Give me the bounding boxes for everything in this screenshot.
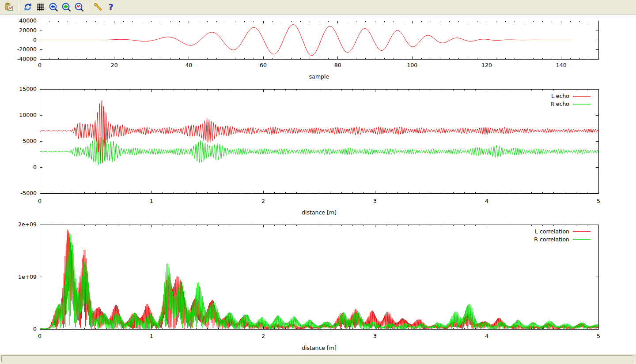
x-tick-label: 3	[373, 198, 377, 204]
plot-border	[40, 89, 598, 193]
waveform-plot: 020406080100120140-40000-200000200004000…	[17, 17, 598, 80]
legend-label: R correlation	[534, 236, 569, 243]
toolbar: ?	[0, 0, 636, 15]
status-bar	[0, 354, 636, 364]
help-button[interactable]: ?	[105, 1, 117, 13]
toolbar-separator	[88, 2, 89, 12]
x-tick-label: 1	[150, 333, 153, 339]
y-tick-label: -40000	[17, 56, 37, 62]
x-axis-label: distance [m]	[302, 209, 337, 216]
status-field	[1, 355, 633, 362]
x-tick-label: 140	[556, 62, 567, 68]
x-tick-label: 0	[38, 333, 42, 339]
gnuplot-window: ? 020406080100120140-40000-2000002000040…	[0, 0, 636, 364]
plot-border	[40, 225, 598, 329]
x-tick-label: 2	[261, 198, 265, 204]
correlation-plot-series-r-correlation	[40, 233, 598, 329]
x-tick-label: 40	[185, 62, 192, 68]
y-tick-label: 5000	[23, 138, 37, 144]
zoom-previous-icon	[49, 2, 58, 12]
autoscale-button[interactable]	[73, 1, 85, 13]
legend-label: L correlation	[535, 228, 569, 235]
x-tick-label: 80	[334, 62, 341, 68]
echo-plot: 012345-5000050001000015000distance [m]L …	[19, 86, 600, 216]
x-tick-label: 4	[485, 198, 488, 204]
x-tick-label: 20	[111, 62, 118, 68]
x-tick-label: 3	[373, 333, 377, 339]
y-tick-label: 0	[33, 164, 37, 170]
x-tick-label: 60	[260, 62, 267, 68]
x-tick-label: 0	[38, 198, 42, 204]
y-tick-label: 0	[33, 326, 37, 332]
x-tick-label: 0	[38, 62, 42, 68]
y-tick-label: 0	[33, 37, 37, 43]
grid-icon	[36, 2, 45, 12]
replot-button[interactable]	[22, 1, 34, 13]
x-tick-label: 2	[261, 333, 265, 339]
legend-label: R echo	[550, 101, 569, 107]
x-axis-label: distance [m]	[302, 345, 337, 351]
y-tick-label: 20000	[19, 27, 37, 34]
plots-svg[interactable]: 020406080100120140-40000-200000200004000…	[0, 15, 636, 354]
configure-button[interactable]	[92, 1, 104, 13]
correlation-plot: 01234501e+092e+09distance [m]L correlati…	[18, 221, 600, 351]
replot-icon	[23, 2, 33, 12]
echo-plot-series-l-echo	[40, 101, 598, 163]
ticks	[40, 89, 598, 193]
echo-plot-legend: L echoR echo	[550, 93, 591, 107]
x-tick-label: 5	[597, 198, 600, 204]
copy-plot-button[interactable]	[3, 1, 15, 13]
x-tick-label: 4	[485, 333, 488, 339]
plot-canvas-area: 020406080100120140-40000-200000200004000…	[0, 15, 636, 354]
y-tick-label: -20000	[17, 46, 37, 53]
x-tick-label: 5	[597, 333, 600, 339]
x-tick-label: 1	[150, 198, 153, 204]
x-tick-label: 100	[407, 62, 417, 68]
copy-to-clipboard-icon	[4, 2, 14, 12]
y-tick-label: 1e+09	[18, 274, 37, 280]
y-tick-label: -5000	[21, 190, 37, 196]
help-icon: ?	[106, 2, 116, 12]
y-tick-label: 10000	[19, 112, 37, 118]
y-tick-label: 2e+09	[18, 221, 37, 228]
toolbar-separator	[18, 2, 19, 12]
x-axis-label: sample	[309, 73, 329, 80]
zoom-next-icon	[61, 2, 71, 12]
legend-label: L echo	[551, 93, 569, 99]
svg-text:?: ?	[108, 2, 113, 11]
autoscale-icon	[74, 2, 84, 12]
y-tick-label: 40000	[19, 17, 37, 24]
y-tick-label: 15000	[19, 86, 37, 92]
zoom-next-button[interactable]	[60, 1, 72, 13]
echo-plot-series-r-echo	[40, 137, 598, 165]
correlation-plot-legend: L correlationR correlation	[534, 228, 591, 243]
grid-button[interactable]	[34, 1, 46, 13]
ticks	[40, 225, 598, 329]
waveform-plot-series-signal	[40, 25, 572, 56]
x-tick-label: 120	[481, 62, 492, 68]
correlation-plot-series-l-correlation	[40, 229, 598, 329]
zoom-previous-button[interactable]	[47, 1, 59, 13]
wrench-icon	[93, 2, 103, 12]
